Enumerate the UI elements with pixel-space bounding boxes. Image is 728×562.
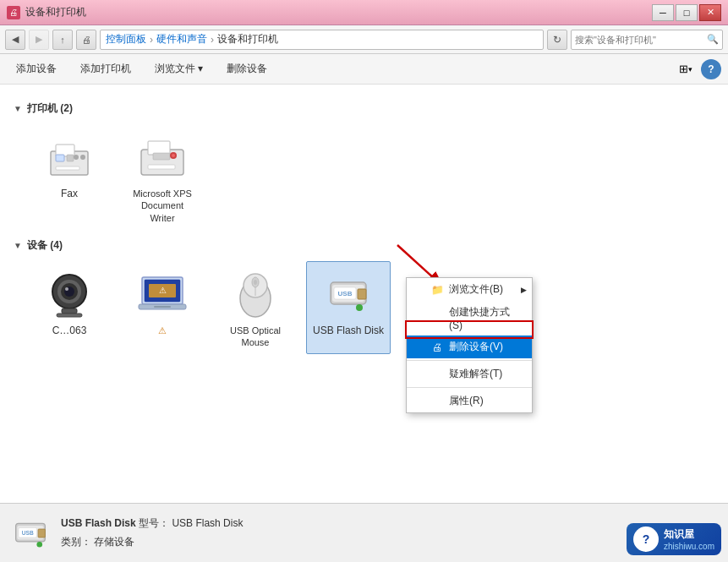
usb-flash-icon: USB	[321, 267, 375, 321]
window-title: 设备和打印机	[25, 5, 86, 19]
status-name-label: USB Flash Disk	[61, 517, 136, 529]
svg-rect-18	[62, 308, 77, 314]
breadcrumb-hardware[interactable]: 硬件和声音	[156, 32, 207, 46]
svg-point-17	[65, 287, 68, 291]
svg-rect-6	[67, 155, 74, 161]
context-troubleshoot-label: 疑难解答(T)	[449, 367, 502, 381]
view-dropdown-icon: ▾	[688, 65, 692, 74]
view-options-button[interactable]: ⊞ ▾	[674, 58, 698, 80]
mouse-svg	[233, 269, 277, 319]
refresh-button[interactable]: ↻	[547, 30, 567, 50]
add-device-button[interactable]: 添加设备	[7, 57, 66, 81]
mouse-icon	[228, 267, 282, 321]
devices-grid: C…063 ⚠ ⚠	[27, 261, 714, 355]
svg-point-30	[254, 280, 257, 285]
svg-rect-9	[148, 165, 175, 169]
context-menu: 📁 浏览文件(B) 创建快捷方式(S) 🖨 删除设备(V) 疑难解答(T) 属性…	[406, 277, 533, 413]
fax-label: Fax	[61, 188, 78, 201]
folder-icon-btn: 🖨	[76, 30, 96, 50]
help-button[interactable]: ?	[701, 59, 721, 79]
toolbar-right: ⊞ ▾ ?	[674, 58, 721, 80]
svg-point-44	[36, 541, 42, 547]
watermark: ? 知识屋 zhishiwu.com	[627, 523, 721, 555]
webcam-label: C…063	[52, 325, 87, 338]
forward-button[interactable]: ▶	[29, 30, 49, 50]
address-bar: ◀ ▶ ↑ 🖨 控制面板 › 硬件和声音 › 设备和打印机 ↻ 🔍	[0, 25, 728, 54]
context-remove-label: 删除设备(V)	[449, 340, 503, 354]
remove-icon: 🖨	[430, 341, 444, 354]
svg-rect-8	[148, 141, 170, 155]
properties-icon	[430, 395, 444, 408]
xps-label: Microsoft XPSDocumentWriter	[133, 188, 192, 224]
svg-rect-33	[358, 289, 366, 299]
view-grid-icon: ⊞	[679, 63, 688, 75]
svg-rect-25	[154, 306, 171, 308]
svg-text:USB: USB	[338, 290, 353, 297]
status-category: 类别： 存储设备	[61, 533, 243, 552]
devices-collapse-arrow[interactable]: ▼	[14, 241, 22, 250]
context-properties[interactable]: 属性(R)	[407, 390, 532, 412]
up-button[interactable]: ↑	[52, 30, 73, 50]
back-button[interactable]: ◀	[5, 30, 25, 50]
laptop-icon: ⚠	[135, 267, 189, 321]
watermark-url: zhishiwu.com	[664, 542, 714, 551]
printers-collapse-arrow[interactable]: ▼	[14, 104, 22, 113]
xps-icon	[135, 130, 189, 184]
help-icon: ?	[708, 63, 714, 75]
context-browse-files[interactable]: 📁 浏览文件(B)	[407, 278, 532, 301]
titlebar-left: 🖨 设备和打印机	[7, 5, 86, 19]
context-separator2	[407, 387, 532, 388]
mouse-label: USB OpticalMouse	[230, 325, 281, 349]
printers-section-header: ▼ 打印机 (2)	[14, 101, 714, 116]
device-laptop[interactable]: ⚠ ⚠	[120, 261, 205, 355]
webcam-icon	[42, 267, 96, 321]
svg-point-5	[80, 155, 85, 160]
laptop-svg: ⚠	[135, 272, 189, 316]
device-fax[interactable]: Fax	[27, 124, 112, 230]
status-usb-icon: USB	[10, 513, 51, 554]
fax-icon	[42, 130, 96, 184]
context-separator	[407, 360, 532, 361]
svg-point-36	[356, 304, 363, 311]
svg-rect-3	[56, 155, 64, 161]
search-icon[interactable]: 🔍	[707, 34, 719, 45]
svg-text:⚠: ⚠	[159, 286, 167, 295]
svg-point-4	[74, 155, 79, 160]
device-mouse[interactable]: USB OpticalMouse	[213, 261, 298, 355]
minimize-button[interactable]: ─	[652, 4, 674, 21]
breadcrumb-sep1: ›	[150, 34, 153, 46]
shortcut-icon	[430, 312, 444, 325]
close-button[interactable]: ✕	[699, 4, 721, 21]
printers-section-label: 打印机 (2)	[27, 101, 73, 116]
breadcrumb: 控制面板 › 硬件和声音 › 设备和打印机	[100, 30, 544, 50]
status-device-name: USB Flash Disk 型号： USB Flash Disk	[61, 515, 243, 533]
printers-grid: Fax Microsoft XPSDocumentWriter	[27, 124, 714, 230]
search-input[interactable]	[575, 35, 707, 45]
context-remove-device[interactable]: 🖨 删除设备(V)	[407, 336, 532, 358]
context-create-shortcut[interactable]: 创建快捷方式(S)	[407, 301, 532, 336]
main-content: ▼ 打印机 (2) Fax	[0, 85, 728, 503]
browse-files-button[interactable]: 浏览文件 ▾	[145, 57, 212, 81]
context-properties-label: 属性(R)	[449, 394, 484, 408]
context-troubleshoot[interactable]: 疑难解答(T)	[407, 363, 532, 385]
device-webcam[interactable]: C…063	[27, 261, 112, 355]
devices-section-label: 设备 (4)	[27, 238, 63, 253]
app-icon: 🖨	[7, 6, 20, 19]
window-controls: ─ □ ✕	[652, 4, 721, 21]
context-browse-label: 浏览文件(B)	[449, 282, 503, 297]
add-printer-button[interactable]: 添加打印机	[71, 57, 140, 81]
usb-flash-label: USB Flash Disk	[313, 325, 384, 338]
svg-rect-19	[57, 314, 82, 317]
watermark-text-block: 知识屋 zhishiwu.com	[664, 527, 714, 551]
status-device-icon: USB	[10, 513, 51, 554]
usb-svg: USB	[324, 272, 373, 316]
breadcrumb-controlpanel[interactable]: 控制面板	[106, 32, 146, 46]
status-type-label: 型号：	[139, 517, 169, 529]
svg-rect-2	[56, 166, 79, 170]
maximize-button[interactable]: □	[676, 4, 698, 21]
device-usb-flash[interactable]: USB USB Flash Disk	[306, 261, 391, 355]
device-xps[interactable]: Microsoft XPSDocumentWriter	[120, 124, 205, 230]
remove-device-button[interactable]: 删除设备	[217, 57, 276, 81]
webcam-svg	[45, 270, 94, 319]
watermark-logo: ?	[633, 527, 659, 552]
